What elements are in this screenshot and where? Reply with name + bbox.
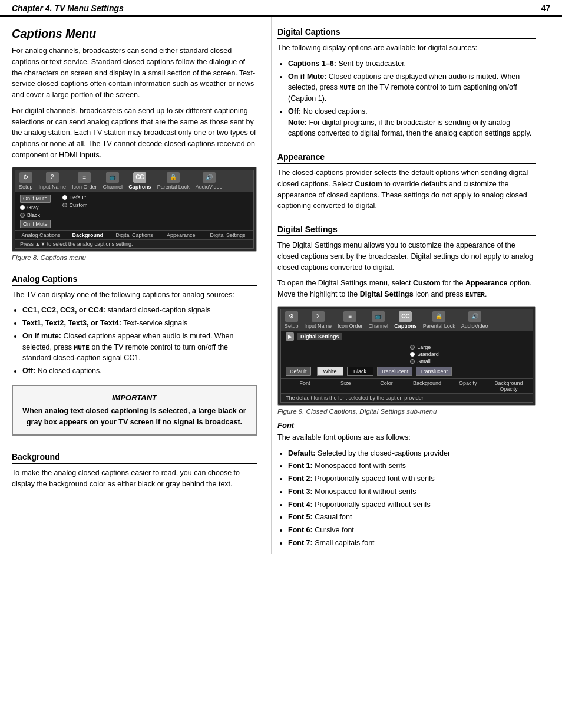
tv-option-on-if-mute-2: On if Mute: [20, 220, 51, 228]
font-title: Font: [277, 421, 536, 430]
page-header: Chapter 4. TV Menu Settings 47: [0, 0, 562, 17]
tv-digital-settings-inner: ⚙ Setup 2 Input Name ≡ Icon Order 📺: [280, 309, 533, 403]
tv-ds-icon-audio: 🔊 AudioVideo: [461, 311, 488, 329]
intro-para-2: For digital channels, broadcasters can s…: [12, 106, 257, 161]
appearance-title: Appearance: [277, 152, 536, 164]
tv-status-bar-1: Press ▲▼ to select the analog captions s…: [15, 239, 253, 248]
tv-label-analog: Analog Captions: [20, 232, 62, 238]
tv-topbar-1: ⚙ Setup 2 Input Name ≡ Icon Order 📺: [15, 170, 253, 192]
font-bullet-4: Font 4: Proportionally spaced without se…: [288, 499, 536, 510]
tv-ds-bottom-labels: Font Size Color Background Opacity Backg…: [281, 378, 533, 393]
tv-icon-input: 2 Input Name: [39, 172, 67, 190]
tv-ds-radio-group: Large Standard Small: [410, 344, 439, 364]
font-bullet-default: Default: Selected by the closed-captions…: [288, 448, 536, 459]
tv-screenshot-2: ⚙ Setup 2 Input Name ≡ Icon Order 📺: [277, 306, 536, 406]
tv-screenshot-1: ⚙ Setup 2 Input Name ≡ Icon Order 📺: [12, 167, 257, 252]
figure1-caption: Figure 8. Captions menu: [12, 254, 257, 261]
tv-ds-size-row: Large Standard Small: [321, 344, 528, 364]
font-bullet-5: Font 5: Casual font: [288, 512, 536, 523]
digital-captions-intro: The following display options are availa…: [277, 42, 536, 54]
tv-icon-setup: ⚙ Setup: [19, 172, 33, 190]
digital-bullet-1: Captions 1–6: Sent by broadcaster.: [288, 58, 536, 70]
tv-option-gray: Gray: [20, 205, 51, 210]
tv-ds-col-opacity: Opacity: [449, 380, 487, 392]
font-bullet-7: Font 7: Small capitals font: [288, 538, 536, 549]
tv-icon-captions: CC Captions: [128, 172, 151, 190]
digital-settings-para2: To open the Digital Settings menu, selec…: [277, 278, 536, 300]
tv-ds-icon-order: ≡ Icon Order: [338, 311, 363, 329]
tv-ds-col-background: Background: [408, 380, 447, 392]
analog-bullet-2: Text1, Text2, Text3, or Text4: Text-serv…: [22, 318, 257, 329]
tv-ds-large: Large: [410, 344, 439, 350]
analog-captions-title: Analog Captions: [12, 274, 257, 286]
tv-label-background: Background: [67, 232, 108, 238]
tv-option-black: Black: [20, 212, 51, 218]
tv-option-custom: Custom: [62, 202, 88, 208]
tv-ds-col-size: Size: [326, 380, 365, 392]
tv-ds-content: Large Standard Small: [281, 342, 533, 378]
tv-ds-status: The default font is the font selected by…: [281, 393, 533, 402]
tv-icon-parental: 🔒 Parental Lock: [157, 172, 190, 190]
analog-bullet-4: Off: No closed captions.: [22, 365, 257, 377]
font-bullet-3: Font 3: Monospaced font without serifs: [288, 486, 536, 498]
analog-bullet-3: On if mute: Closed captions appear when …: [22, 331, 257, 364]
font-bullet-2: Font 2: Proportionally spaced font with …: [288, 473, 536, 485]
tv-ds-label: Digital Settings: [297, 333, 342, 340]
digital-captions-title: Digital Captions: [277, 27, 536, 39]
tv-menu-inner-1: ⚙ Setup 2 Input Name ≡ Icon Order 📺: [15, 170, 254, 249]
tv-ds-options-row: Default White Black Translucent Transluc…: [286, 367, 528, 376]
font-bullet-1: Font 1: Monospaced font with serifs: [288, 460, 536, 472]
tv-ds-icon-parental: 🔒 Parental Lock: [423, 311, 455, 329]
tv-ds-icon-channel: 📺 Channel: [369, 311, 389, 329]
tv-digital-options: Default Custom: [62, 195, 88, 208]
tv-ds-translucent2: Translucent: [416, 367, 452, 376]
tv-ds-col-font: Font: [286, 380, 324, 392]
tv-analog-options: On if Mute Gray Black On if: [20, 195, 51, 228]
font-intro: The available font options are as follow…: [277, 432, 536, 443]
tv-option-on-if-mute-1: On if Mute: [20, 195, 51, 203]
intro-para-1: For analog channels, broadcasters can se…: [12, 45, 257, 101]
tv-label-digital: Digital Captions: [113, 232, 155, 238]
right-column: Digital Captions The following display o…: [271, 17, 536, 554]
tv-icon-order: ≡ Icon Order: [72, 172, 97, 190]
header-title: Chapter 4. TV Menu Settings: [12, 4, 124, 13]
font-bullet-6: Font 6: Cursive font: [288, 525, 536, 536]
analog-intro: The TV can display one of the following …: [12, 289, 257, 301]
appearance-para: The closed-captions provider selects the…: [277, 167, 536, 212]
tv-label-appearance: Appearance: [160, 232, 202, 238]
important-box: IMPORTANT When analog text closed captio…: [12, 385, 257, 436]
left-column: Captions Menu For analog channels, broad…: [12, 17, 271, 554]
tv-ds-small: Small: [410, 358, 439, 364]
page-number: 47: [541, 4, 550, 13]
digital-settings-title: Digital Settings: [277, 225, 536, 236]
tv-ds-icon-input: 2 Input Name: [305, 311, 332, 329]
main-title: Captions Menu: [12, 27, 257, 41]
important-title: IMPORTANT: [22, 393, 246, 402]
digital-captions-list: Captions 1–6: Sent by broadcaster. On if…: [288, 58, 536, 139]
font-bullets-list: Default: Selected by the closed-captions…: [288, 448, 536, 549]
tv-ds-standard: Standard: [410, 351, 439, 357]
content-area: Captions Menu For analog channels, broad…: [0, 17, 562, 554]
digital-bullet-3: Off: No closed captions. Note: For digit…: [288, 106, 536, 139]
tv-ds-default-btn: Default: [286, 367, 311, 376]
tv-ds-icon-setup: ⚙ Setup: [285, 311, 299, 329]
tv-ds-col-color: Color: [367, 380, 405, 392]
tv-ds-white: White: [317, 367, 343, 376]
tv-ds-col-bg-opacity: Background Opacity: [490, 380, 528, 392]
tv-ds-sublabel-row: ▶ Digital Settings: [281, 331, 533, 342]
background-para: To make the analog closed captions easie…: [12, 467, 257, 490]
digital-settings-para: The Digital Settings menu allows you to …: [277, 240, 536, 273]
tv-ds-black: Black: [347, 367, 373, 376]
tv-option-default: Default: [62, 195, 88, 200]
important-text: When analog text closed captioning is se…: [22, 406, 246, 428]
background-title: Background: [12, 452, 257, 464]
tv-label-digital-settings: Digital Settings: [207, 232, 249, 238]
tv-bottom-labels-1: Analog Captions Background Digital Capti…: [15, 230, 253, 239]
tv-menu-content-1: On if Mute Gray Black On if: [15, 192, 253, 230]
tv-ds-topbar: ⚙ Setup 2 Input Name ≡ Icon Order 📺: [281, 309, 533, 331]
page-container: Chapter 4. TV Menu Settings 47 Captions …: [0, 0, 562, 728]
digital-bullet-2: On if Mute: Closed captions are displaye…: [288, 71, 536, 104]
tv-icon-channel: 📺 Channel: [103, 172, 123, 190]
analog-bullet-1: CC1, CC2, CC3, or CC4: standard closed-c…: [22, 305, 257, 316]
analog-bullets-list: CC1, CC2, CC3, or CC4: standard closed-c…: [22, 305, 257, 377]
